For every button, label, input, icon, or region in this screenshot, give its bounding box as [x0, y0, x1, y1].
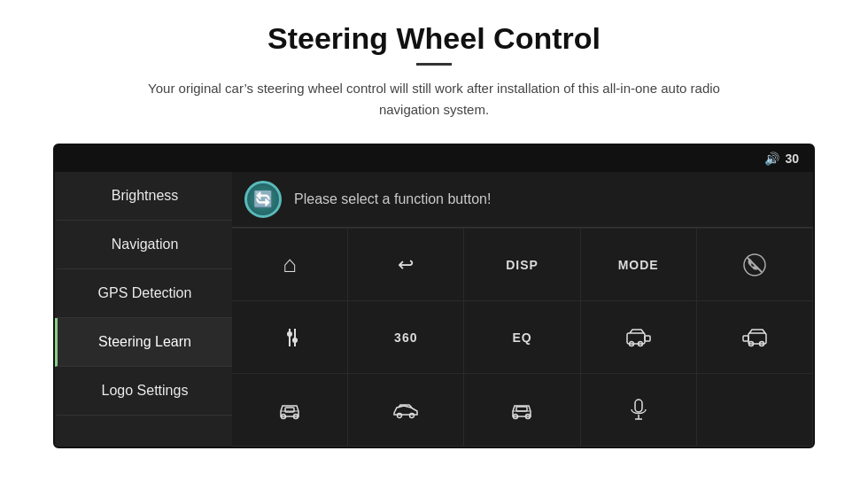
svg-point-3: [287, 331, 292, 337]
mode-label: MODE: [618, 258, 659, 272]
title-divider: [416, 63, 452, 66]
grid-cell-360[interactable]: 360: [348, 301, 464, 374]
grid-cell-car-camera2[interactable]: [697, 301, 813, 374]
car-camera2-icon: [741, 326, 768, 349]
phone-cancel-icon: [742, 253, 767, 277]
svg-rect-11: [743, 336, 748, 341]
grid-cell-mode[interactable]: MODE: [581, 229, 697, 301]
sidebar-item-navigation[interactable]: Navigation: [55, 221, 232, 269]
grid-cell-back[interactable]: [348, 229, 464, 301]
grid-cell-disp[interactable]: DISP: [464, 229, 580, 301]
device-main: Brightness Navigation GPS Detection Stee…: [55, 172, 813, 447]
back-icon: [398, 253, 414, 276]
mic-icon: [629, 398, 648, 423]
sidebar-item-gps-detection[interactable]: GPS Detection: [55, 269, 232, 318]
page-subtitle: Your original car’s steering wheel contr…: [124, 78, 744, 120]
svg-rect-22: [516, 407, 527, 411]
function-grid: DISP MODE: [232, 228, 813, 447]
car-rear-icon: [509, 399, 534, 422]
label-360: 360: [394, 330, 417, 345]
sidebar: Brightness Navigation GPS Detection Stee…: [55, 172, 232, 447]
content-area: 🔄 Please select a function button! DISP …: [232, 172, 813, 447]
svg-rect-7: [645, 336, 650, 341]
grid-cell-phone-cancel[interactable]: [697, 229, 813, 301]
grid-cell-car-front[interactable]: [232, 374, 348, 447]
car-side-icon: [391, 400, 420, 420]
svg-point-5: [292, 338, 298, 343]
sidebar-item-logo-settings[interactable]: Logo Settings: [55, 367, 232, 416]
grid-cell-sliders[interactable]: [232, 301, 348, 374]
car-front-icon: [277, 399, 302, 422]
sidebar-item-brightness[interactable]: Brightness: [55, 172, 232, 221]
sync-icon: 🔄: [253, 190, 273, 209]
device-topbar: 🔊 30: [55, 145, 813, 172]
car-camera-icon: [625, 326, 652, 349]
svg-point-18: [398, 413, 402, 417]
device-frame: 🔊 30 Brightness Navigation GPS Detection…: [53, 144, 815, 448]
content-header: 🔄 Please select a function button!: [232, 172, 813, 228]
grid-cell-car-camera1[interactable]: [581, 301, 697, 374]
eq-label: EQ: [512, 330, 531, 345]
grid-cell-car-side[interactable]: [348, 374, 464, 447]
svg-point-19: [410, 413, 415, 417]
sidebar-item-steering-learn[interactable]: Steering Learn: [55, 318, 232, 367]
svg-rect-24: [635, 400, 642, 412]
page-header: Steering Wheel Control Your original car…: [0, 0, 868, 129]
grid-cell-eq[interactable]: EQ: [464, 301, 580, 374]
select-prompt: Please select a function button!: [294, 191, 491, 207]
sync-button[interactable]: 🔄: [244, 181, 282, 218]
grid-cell-mic[interactable]: [581, 374, 697, 447]
grid-cell-car-rear[interactable]: [464, 374, 580, 447]
page-title: Steering Wheel Control: [53, 21, 815, 56]
grid-cell-house[interactable]: [232, 229, 348, 301]
volume-icon: 🔊: [764, 152, 779, 166]
disp-label: DISP: [506, 258, 539, 272]
volume-value: 30: [785, 152, 799, 166]
grid-cell-empty: [697, 374, 813, 447]
sliders-icon: [277, 325, 302, 350]
house-icon: [283, 251, 297, 278]
